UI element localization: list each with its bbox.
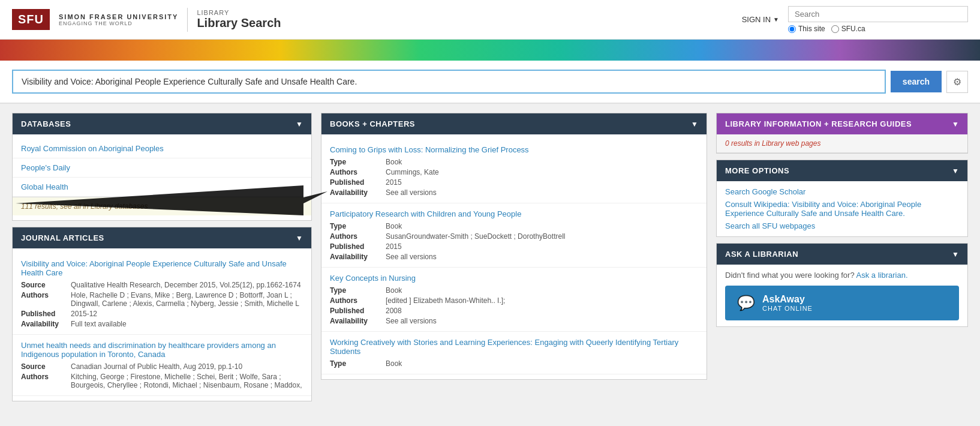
library-info-results: 0 results in Library web pages: [717, 134, 967, 153]
sfu-name: SIMON FRASER UNIVERSITY: [59, 13, 178, 20]
databases-results: 111 results; see all in Library database…: [13, 197, 311, 215]
book-type-label-3: Type: [330, 286, 384, 295]
published-label-1: Published: [21, 310, 69, 318]
book-avail-label-2: Availability: [330, 253, 384, 261]
library-info-arrow-icon[interactable]: ▼: [952, 120, 959, 128]
databases-header: DATABASES ▼: [13, 113, 311, 134]
databases-arrow-icon[interactable]: ▼: [296, 120, 303, 128]
more-options-title: MORE OPTIONS: [725, 166, 789, 175]
radio-this-site[interactable]: This site: [788, 25, 825, 33]
search-bar-inner: search ⚙: [12, 70, 968, 94]
header-search-area: This site SFU.ca: [788, 6, 968, 33]
book-title-1[interactable]: Coming to Grips with Loss: Normalizing t…: [330, 145, 698, 154]
published-value-1: 2015-12: [71, 310, 303, 318]
db-link-3[interactable]: Global Health: [21, 182, 68, 191]
book-title-3[interactable]: Key Concepts in Nursing: [330, 274, 698, 283]
book-avail-2: See all versions: [386, 253, 698, 261]
sfu-logo[interactable]: SFU: [12, 9, 50, 30]
header: SFU SIMON FRASER UNIVERSITY ENGAGING THE…: [0, 0, 980, 40]
main-search-input[interactable]: [12, 70, 886, 94]
book-type-4: Book: [386, 359, 698, 368]
header-search-box: [788, 6, 968, 22]
more-options-arrow-icon[interactable]: ▼: [952, 167, 959, 175]
book-meta-2: Type Book Authors SusanGroundwater-Smith…: [330, 222, 698, 261]
option-link-3[interactable]: Search all SFU webpages: [725, 221, 959, 230]
book-avail-1: See all versions: [386, 188, 698, 197]
book-type-3: Book: [386, 286, 698, 295]
source-value-1: Qualitative Health Research, December 20…: [71, 281, 303, 289]
header-left: SFU SIMON FRASER UNIVERSITY ENGAGING THE…: [12, 8, 281, 32]
sfu-text: SIMON FRASER UNIVERSITY ENGAGING THE WOR…: [59, 13, 178, 26]
book-published-label-2: Published: [330, 242, 384, 251]
option-link-1[interactable]: Search Google Scholar: [725, 187, 959, 196]
db-link-1[interactable]: Royal Commission on Aboriginal Peoples: [21, 144, 164, 153]
ask-librarian-arrow-icon[interactable]: ▼: [952, 250, 959, 259]
article-item-1: Visibility and Voice: Aboriginal People …: [13, 253, 311, 335]
more-options-body: Search Google Scholar Consult Wikipedia:…: [717, 181, 967, 236]
library-search-title: Library Search: [197, 16, 281, 30]
col-right: LIBRARY INFORMATION + RESEARCH GUIDES ▼ …: [716, 113, 968, 401]
askaway-sub-label: CHAT ONLINE: [762, 305, 813, 312]
col-middle: BOOKS + CHAPTERS ▼ Coming to Grips with …: [321, 113, 707, 401]
search-bar-section: search ⚙: [0, 61, 980, 104]
more-options-header: MORE OPTIONS ▼: [717, 160, 967, 181]
article-meta-1: Source Qualitative Health Research, Dece…: [21, 281, 303, 328]
source-value-2: Canadian Journal of Public Health, Aug 2…: [71, 362, 303, 371]
settings-button[interactable]: ⚙: [946, 71, 968, 93]
header-search-input[interactable]: [788, 6, 968, 22]
source-label-2: Source: [21, 362, 69, 371]
article-title-2[interactable]: Unmet health needs and discrimination by…: [21, 341, 303, 359]
ask-text: Didn't find what you were looking for? A…: [725, 271, 959, 280]
radio-sfu[interactable]: SFU.ca: [831, 25, 865, 33]
book-title-2[interactable]: Participatory Research with Children and…: [330, 209, 698, 218]
askaway-button[interactable]: 💬 AskAway CHAT ONLINE: [725, 286, 959, 320]
book-type-label-4: Type: [330, 359, 384, 368]
book-avail-label-1: Availability: [330, 188, 384, 197]
authors-value-1: Hole, Rachelle D ; Evans, Mike ; Berg, L…: [71, 291, 303, 308]
article-item-2: Unmet health needs and discrimination by…: [13, 335, 311, 396]
sign-in-button[interactable]: SIGN IN ▼: [742, 15, 779, 24]
db-item-3: Global Health: [13, 178, 311, 197]
book-published-label-3: Published: [330, 307, 384, 315]
databases-title: DATABASES: [21, 119, 71, 128]
book-authors-label-1: Authors: [330, 168, 384, 176]
article-meta-2: Source Canadian Journal of Public Health…: [21, 362, 303, 389]
ask-librarian-section: ASK A LIBRARIAN ▼ Didn't find what you w…: [716, 243, 968, 327]
book-title-4[interactable]: Working Creatively with Stories and Lear…: [330, 338, 698, 356]
db-item-1: Royal Commission on Aboriginal Peoples: [13, 139, 311, 158]
more-options-section: MORE OPTIONS ▼ Search Google Scholar Con…: [716, 160, 968, 237]
authors-label-2: Authors: [21, 373, 69, 389]
askaway-chat-icon: 💬: [737, 295, 755, 311]
sign-in-arrow-icon: ▼: [773, 16, 779, 23]
header-search-radios: This site SFU.ca: [788, 25, 968, 33]
book-authors-label-2: Authors: [330, 232, 384, 241]
askaway-main-label: AskAway: [762, 294, 813, 305]
books-body: Coming to Grips with Loss: Normalizing t…: [321, 134, 707, 379]
library-info-title: LIBRARY INFORMATION + RESEARCH GUIDES: [725, 119, 912, 128]
askaway-text: AskAway CHAT ONLINE: [762, 294, 813, 312]
journal-articles-arrow-icon[interactable]: ▼: [296, 234, 303, 242]
book-type-1: Book: [386, 158, 698, 166]
availability-label-1: Availability: [21, 320, 69, 328]
authors-label-1: Authors: [21, 291, 69, 308]
ask-librarian-header: ASK A LIBRARIAN ▼: [717, 244, 967, 265]
color-banner: [0, 40, 980, 61]
books-arrow-icon[interactable]: ▼: [691, 120, 698, 128]
books-header: BOOKS + CHAPTERS ▼: [321, 113, 707, 134]
header-right: SIGN IN ▼ This site SFU.ca: [742, 6, 968, 33]
authors-value-2: Kitching, George ; Firestone, Michelle ;…: [71, 373, 303, 389]
source-label-1: Source: [21, 281, 69, 289]
library-title: LIBRARY Library Search: [197, 9, 281, 30]
article-title-1[interactable]: Visibility and Voice: Aboriginal People …: [21, 259, 303, 277]
book-meta-1: Type Book Authors Cummings, Kate Publish…: [330, 158, 698, 197]
ask-librarian-link[interactable]: Ask a librarian.: [856, 271, 908, 280]
book-item-2: Participatory Research with Children and…: [321, 203, 707, 268]
book-meta-3: Type Book Authors [edited ] Elizabeth Ma…: [330, 286, 698, 325]
book-authors-2: SusanGroundwater-Smith ; SueDockett ; Do…: [386, 232, 698, 241]
book-avail-label-3: Availability: [330, 317, 384, 325]
search-button[interactable]: search: [891, 71, 942, 92]
option-link-2[interactable]: Consult Wikipedia: Visibility and Voice:…: [725, 200, 959, 218]
books-title: BOOKS + CHAPTERS: [330, 119, 415, 128]
db-link-2[interactable]: People's Daily: [21, 163, 70, 172]
ask-librarian-body: Didn't find what you were looking for? A…: [717, 265, 967, 326]
